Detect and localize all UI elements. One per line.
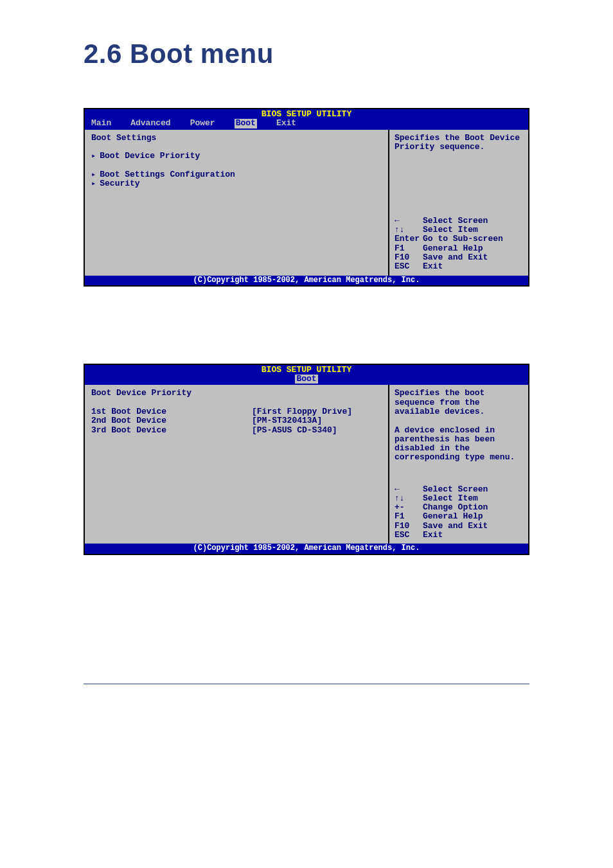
key-f1-icon: F1 — [395, 244, 423, 253]
key-f1-label: General Help — [423, 244, 483, 253]
page-footer-rule — [84, 684, 529, 684]
key-left-icon: ← — [395, 485, 423, 494]
key-f10-label: Save and Exit — [423, 253, 488, 262]
bios-menu-tabs: Main Advanced Power Boot Exit — [85, 119, 528, 129]
key-f1-icon: F1 — [395, 512, 423, 521]
bios-footer: (C)Copyright 1985-2002, American Megatre… — [85, 544, 528, 553]
tab-exit[interactable]: Exit — [276, 119, 296, 128]
boot-value-1: [First Floppy Drive] — [252, 407, 352, 416]
menu-item-boot-settings-config[interactable]: Boot Settings Configuration — [91, 170, 382, 179]
tab-power[interactable]: Power — [190, 119, 215, 128]
boot-label-1: 1st Boot Device — [91, 407, 252, 416]
bios-title: BIOS SETUP UTILITY — [85, 110, 528, 119]
bios-header: BIOS SETUP UTILITY Main Advanced Power B… — [85, 109, 528, 130]
boot-row-1[interactable]: 1st Boot Device [First Floppy Drive] — [91, 407, 382, 416]
boot-row-2[interactable]: 2nd Boot Device [PM-ST320413A] — [91, 416, 382, 425]
key-left-label: Select Screen — [423, 485, 488, 494]
help-keys: ←Select Screen ↑↓Select Item EnterGo to … — [395, 217, 523, 272]
boot-value-2: [PM-ST320413A] — [252, 416, 322, 425]
key-esc-label: Exit — [423, 262, 443, 271]
help-keys: ←Select Screen ↑↓Select Item +-Change Op… — [395, 485, 523, 540]
boot-value-3: [PS-ASUS CD-S340] — [252, 426, 337, 435]
key-f10-icon: F10 — [395, 522, 423, 531]
key-esc-icon: ESC — [395, 531, 423, 540]
tab-boot[interactable]: Boot — [235, 119, 257, 128]
bios-help-panel: Specifies the Boot Device Priority seque… — [389, 130, 528, 276]
key-plusminus-icon: +- — [395, 503, 423, 512]
help-text-mid: A device enclosed in parenthesis has bee… — [395, 426, 523, 463]
bios-help-panel: Specifies the boot sequence from the ava… — [389, 385, 528, 544]
bios-screen-boot-settings: BIOS SETUP UTILITY Main Advanced Power B… — [84, 108, 529, 287]
page-heading: 2.6 Boot menu — [84, 39, 529, 69]
tab-boot[interactable]: Boot — [295, 375, 317, 384]
tab-advanced[interactable]: Advanced — [130, 119, 170, 128]
key-updown-icon: ↑↓ — [395, 494, 423, 503]
key-enter-label: Go to Sub-screen — [423, 235, 503, 244]
key-updown-label: Select Item — [423, 226, 478, 235]
help-text-top: Specifies the boot sequence from the ava… — [395, 389, 523, 416]
boot-row-3[interactable]: 3rd Boot Device [PS-ASUS CD-S340] — [91, 426, 382, 435]
key-esc-icon: ESC — [395, 262, 423, 271]
key-left-icon: ← — [395, 217, 423, 226]
key-f10-icon: F10 — [395, 253, 423, 262]
key-enter-icon: Enter — [395, 235, 423, 244]
section-header: Boot Device Priority — [91, 389, 382, 398]
bios-footer: (C)Copyright 1985-2002, American Megatre… — [85, 276, 528, 285]
bios-header: BIOS SETUP UTILITY Boot — [85, 365, 528, 385]
menu-item-boot-device-priority[interactable]: Boot Device Priority — [91, 152, 382, 161]
key-left-label: Select Screen — [423, 217, 488, 226]
key-plusminus-label: Change Option — [423, 503, 488, 512]
key-updown-label: Select Item — [423, 494, 478, 503]
boot-label-3: 3rd Boot Device — [91, 426, 252, 435]
bios-menu-tabs: Boot — [85, 375, 528, 385]
key-f10-label: Save and Exit — [423, 522, 488, 531]
bios-screen-boot-device-priority: BIOS SETUP UTILITY Boot Boot Device Prio… — [84, 364, 529, 555]
tab-main[interactable]: Main — [91, 119, 111, 128]
key-f1-label: General Help — [423, 512, 483, 521]
bios-title: BIOS SETUP UTILITY — [85, 366, 528, 375]
key-esc-label: Exit — [423, 531, 443, 540]
bios-left-panel: Boot Settings Boot Device Priority Boot … — [85, 130, 389, 276]
key-updown-icon: ↑↓ — [395, 226, 423, 235]
help-text: Specifies the Boot Device Priority seque… — [395, 134, 523, 152]
boot-label-2: 2nd Boot Device — [91, 416, 252, 425]
bios-left-panel: Boot Device Priority 1st Boot Device [Fi… — [85, 385, 389, 544]
menu-item-security[interactable]: Security — [91, 179, 382, 188]
section-header: Boot Settings — [91, 134, 382, 143]
